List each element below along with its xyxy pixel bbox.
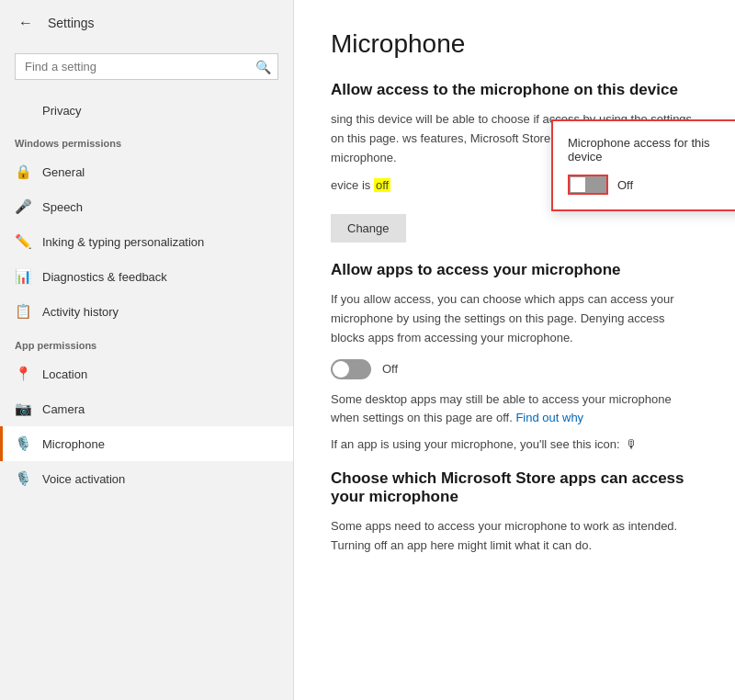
section1-title: Allow access to the microphone on this d… <box>331 81 698 99</box>
sidebar-item-microphone[interactable]: 🎙️ Microphone <box>0 426 293 461</box>
nav-label: Microphone <box>42 437 105 451</box>
section2-note: Some desktop apps may still be able to a… <box>331 390 698 429</box>
apps-toggle-row: Off <box>331 359 698 379</box>
page-title: Microphone <box>331 29 698 59</box>
popup-title: Microphone access for this device <box>568 136 735 164</box>
sidebar-item-inking[interactable]: ✏️ Inking & typing personalization <box>0 224 293 259</box>
section3-text1: Some apps need to access your microphone… <box>331 517 698 556</box>
location-icon: 📍 <box>15 366 31 382</box>
section2-text1: If you allow access, you can choose whic… <box>331 290 698 347</box>
search-box: 🔍 <box>15 53 278 80</box>
popup-toggle-row: Off <box>568 175 735 195</box>
nav-label: Diagnostics & feedback <box>42 270 167 284</box>
sidebar-item-location[interactable]: 📍 Location <box>0 356 293 391</box>
sidebar-item-speech[interactable]: 🎤 Speech <box>0 189 293 224</box>
sidebar-item-camera[interactable]: 📷 Camera <box>0 391 293 426</box>
sidebar-title: Settings <box>48 16 95 30</box>
app-permissions-label: App permissions <box>0 329 293 356</box>
apps-toggle-label: Off <box>382 362 398 376</box>
nav-label: Inking & typing personalization <box>42 235 204 249</box>
sidebar: ← Settings 🔍 Privacy Windows permissions… <box>0 0 294 700</box>
change-button[interactable]: Change <box>331 214 406 243</box>
activity-icon: 📋 <box>15 303 31 320</box>
nav-label: General <box>42 165 85 179</box>
sidebar-item-diagnostics[interactable]: 📊 Diagnostics & feedback <box>0 259 293 294</box>
sidebar-item-voice[interactable]: 🎙️ Voice activation <box>0 461 293 496</box>
back-button[interactable]: ← <box>15 11 37 35</box>
apps-toggle-slider <box>331 359 371 379</box>
popup-toggle-slider <box>570 176 606 193</box>
search-icon: 🔍 <box>255 60 271 74</box>
camera-icon: 📷 <box>15 401 31 417</box>
diagnostics-icon: 📊 <box>15 268 31 285</box>
voice-icon: 🎙️ <box>15 470 31 487</box>
find-out-why-link[interactable]: Find out why <box>515 411 583 424</box>
section3-title: Choose which Microsoft Store apps can ac… <box>331 469 698 506</box>
speech-icon: 🎤 <box>15 198 31 215</box>
popup-off-label: Off <box>617 178 633 192</box>
sidebar-item-activity[interactable]: 📋 Activity history <box>0 294 293 329</box>
mic-icon-row: If an app is using your microphone, you'… <box>331 437 698 451</box>
microphone-status-icon: 🎙 <box>626 437 638 451</box>
sidebar-item-privacy[interactable]: Privacy <box>0 95 293 127</box>
off-highlight: off <box>374 178 390 192</box>
inking-icon: ✏️ <box>15 233 31 250</box>
tooltip-popup: Microphone access for this device Off <box>551 119 735 211</box>
popup-toggle[interactable] <box>568 175 608 195</box>
nav-label: Voice activation <box>42 472 125 486</box>
sidebar-header: ← Settings <box>0 0 293 46</box>
windows-permissions-label: Windows permissions <box>0 127 293 154</box>
nav-label: Speech <box>42 200 83 214</box>
privacy-label: Privacy <box>42 104 82 118</box>
main-content: Microphone Allow access to the microphon… <box>294 0 735 700</box>
nav-label: Location <box>42 367 87 381</box>
nav-label: Activity history <box>42 305 119 319</box>
apps-toggle[interactable] <box>331 359 371 379</box>
section2-title: Allow apps to access your microphone <box>331 261 698 279</box>
nav-label: Camera <box>42 402 85 416</box>
search-input[interactable] <box>15 53 278 80</box>
general-icon: 🔒 <box>15 164 31 180</box>
sidebar-item-general[interactable]: 🔒 General <box>0 154 293 189</box>
microphone-icon: 🎙️ <box>15 435 31 452</box>
